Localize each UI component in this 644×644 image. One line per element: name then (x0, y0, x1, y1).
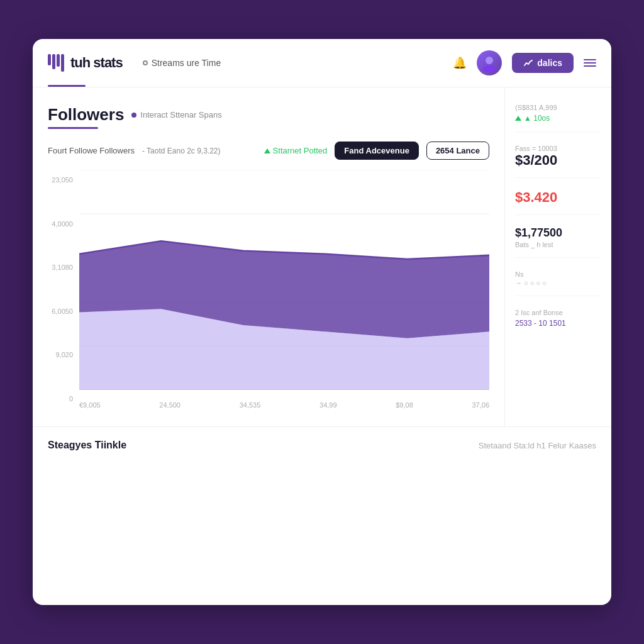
menu-icon[interactable] (584, 59, 596, 67)
chart-inner (79, 170, 489, 390)
stat-1-label: (S$831 A,999 (515, 104, 601, 111)
stat-block-5: Ns → ○ ○ ○ ○ (515, 269, 601, 296)
analytics-button[interactable]: dalics (512, 53, 574, 73)
triangle-up-icon (264, 148, 270, 153)
right-sidebar: (S$831 A,999 ▲ 10os Fass = 10003 $3/200 … (504, 87, 611, 426)
filter-bar: Fourt Followe Followers - Taotd Eano 2c … (48, 142, 489, 160)
followers-title: Followers (48, 105, 124, 125)
x-label-2: 24,500 (159, 401, 180, 409)
filter-green: Sttarnet Potted (264, 146, 328, 155)
stat-1-value: ▲ 10os (515, 114, 601, 123)
logo-icon (48, 54, 64, 72)
content-area: Followers Interact Sttenar Spans Fourt F… (33, 87, 504, 426)
x-label-3: 34,535 (240, 401, 261, 409)
menu-bar-3 (584, 65, 596, 67)
y-label-5: 9,020 (48, 351, 73, 358)
logo-bar-2 (52, 54, 55, 69)
analytics-icon (523, 58, 533, 68)
x-label-4: 34,99 (319, 401, 337, 409)
followers-subtitle-text: Interact Sttenar Spans (140, 110, 221, 119)
filter-green-label: Sttarnet Potted (273, 146, 328, 155)
y-label-3: 3,1080 (48, 264, 73, 271)
stat-4-value: $1,77500 (515, 226, 601, 240)
svg-point-0 (486, 57, 493, 64)
stat-5-arrows: → ○ ○ ○ ○ (515, 279, 601, 287)
bottom-title: Steagyes Tiinkle (48, 440, 126, 451)
stat-4-label: Bats _ h lest (515, 241, 601, 248)
followers-subtitle: Interact Sttenar Spans (131, 110, 221, 119)
logo-text: tuh stats (70, 55, 123, 71)
followers-header: Followers Interact Sttenar Spans (48, 105, 489, 125)
header-right: 🔔 dalics (453, 50, 596, 75)
triangle-icon-1 (515, 116, 521, 121)
stat-1-text: ▲ 10os (524, 114, 550, 123)
nav-streams[interactable]: Streams ure Time (143, 58, 221, 68)
y-label-6: 0 (48, 395, 73, 402)
analytics-label: dalics (537, 58, 562, 68)
chart-area: 23,050 4,0000 3,1080 6,0050 9,020 0 (48, 170, 489, 409)
x-label-1: €9,005 (79, 401, 101, 409)
nav-dot (143, 60, 148, 65)
logo-underline (48, 85, 86, 87)
y-label-1: 23,050 (48, 176, 73, 184)
btn-find-revenue[interactable]: Fand Adcevenue (335, 142, 419, 160)
filter-label: Fourt Followe Followers (48, 146, 135, 155)
logo-bar-1 (48, 54, 51, 65)
bell-icon[interactable]: 🔔 (453, 56, 467, 70)
svg-point-1 (483, 65, 496, 72)
stat-2-label: Fass = 10003 (515, 145, 601, 152)
stat-5-label: Ns (515, 270, 601, 278)
menu-bar-2 (584, 62, 596, 64)
stat-block-4: $1,77500 Bats _ h lest (515, 226, 601, 258)
stat-3-value: $3.420 (515, 189, 601, 206)
y-label-2: 4,0000 (48, 220, 73, 228)
nav-label: Streams ure Time (152, 58, 221, 68)
x-labels: €9,005 24,500 34,535 34,99 $9,08 37,06 (79, 390, 489, 409)
btn-ance[interactable]: 2654 Lance (426, 142, 489, 160)
chart-svg (79, 170, 489, 390)
x-label-6: 37,06 (472, 401, 489, 409)
y-labels: 23,050 4,0000 3,1080 6,0050 9,020 0 (48, 170, 73, 409)
y-label-4: 6,0050 (48, 308, 73, 315)
stat-block-1: (S$831 A,999 ▲ 10os (515, 103, 601, 132)
stat-block-3: $3.420 (515, 189, 601, 215)
stat-block-2: Fass = 10003 $3/200 (515, 143, 601, 178)
followers-underline (48, 127, 98, 129)
x-label-5: $9,08 (396, 401, 413, 409)
purple-dot (131, 113, 136, 118)
bottom-subtitle: Stetaand Sta:ld h1 Felur Kaases (479, 441, 596, 450)
logo: tuh stats (48, 54, 123, 72)
bottom-section: Steagyes Tiinkle Stetaand Sta:ld h1 Felu… (33, 426, 611, 464)
stat-block-6: 2 Isc anf Bonse 2533 - 10 1501 (515, 308, 601, 336)
stat-6-value: 2533 - 10 1501 (515, 319, 601, 328)
filter-tag: - Taotd Eano 2c 9,3.22) (142, 147, 221, 155)
stat-2-value: $3/200 (515, 152, 601, 169)
logo-bar-3 (57, 54, 60, 67)
main-content: Followers Interact Sttenar Spans Fourt F… (33, 87, 611, 426)
header: tuh stats Streams ure Time 🔔 dalics (33, 39, 611, 87)
menu-bar-1 (584, 59, 596, 60)
logo-bar-4 (61, 54, 64, 72)
stat-6-label: 2 Isc anf Bonse (515, 309, 601, 316)
main-card: tuh stats Streams ure Time 🔔 dalics (33, 39, 611, 605)
avatar (477, 50, 502, 75)
